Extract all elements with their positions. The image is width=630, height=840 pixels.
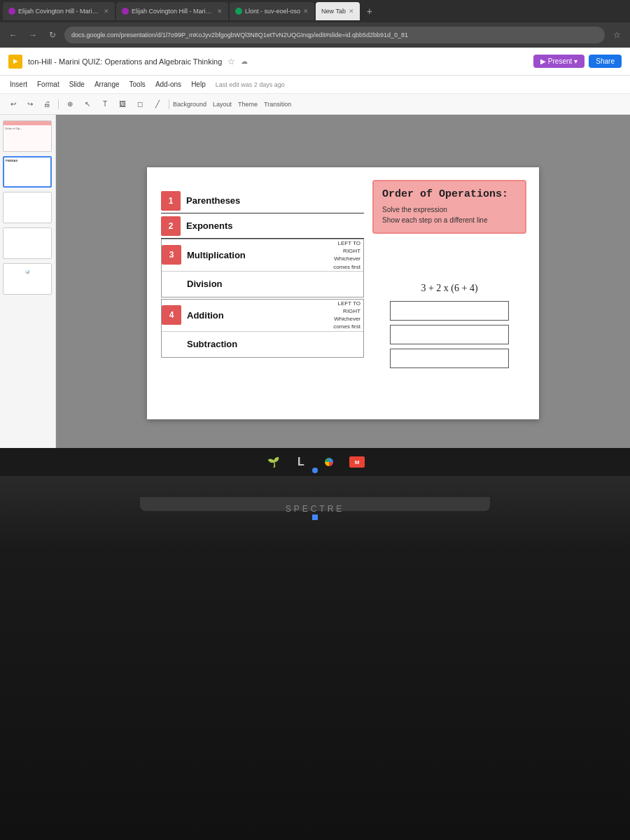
new-tab-button[interactable]: + — [361, 3, 378, 20]
browser-tab-3[interactable]: Llont - suv-eoel-oso ✕ — [230, 2, 314, 20]
tab-label-1: Elijah Covington Hill - Marini Q... — [18, 8, 101, 15]
ops-item-parentheses: 1 Parentheses — [161, 188, 364, 214]
order-title: Order of Operations: — [382, 188, 517, 200]
menu-arrange[interactable]: Arrange — [90, 78, 124, 90]
ops-num-3: 3 — [162, 245, 181, 265]
theme-button[interactable]: Theme — [238, 101, 258, 108]
menu-help[interactable]: Help — [187, 78, 210, 90]
ops-name-parentheses: Parentheses — [186, 195, 364, 206]
star-icon[interactable]: ☆ — [227, 57, 235, 66]
ops-item-exponents: 2 Exponents — [161, 214, 364, 239]
background-button[interactable]: Background — [173, 101, 206, 108]
ops-item-addition: 4 Addition LEFT TORIGHTWhichevercomes fi… — [162, 300, 363, 332]
ops-name-subtraction: Subtraction — [187, 339, 363, 349]
tab-label-2: Elijah Covington Hill - Marini Q... — [132, 8, 214, 15]
tab-favicon-2 — [122, 8, 129, 15]
taskbar-icon-l[interactable]: L — [291, 452, 311, 472]
ops-note-mult-text: LEFT TORIGHTWhichevercomes first — [333, 240, 360, 270]
taskbar-icon-gmail[interactable]: M — [347, 452, 367, 472]
slides-main-area: Order of Op... PEMDAS 📊 Order of Operati… — [0, 115, 630, 472]
slide-thumb-4[interactable] — [3, 227, 52, 259]
tab-close-1[interactable]: ✕ — [104, 8, 109, 15]
topbar-right: ▶ Present ▾ Share — [533, 55, 622, 68]
line-button[interactable]: ╱ — [150, 97, 165, 112]
last-edit-text: Last edit was 2 days ago — [216, 81, 285, 88]
active-indicator — [312, 468, 318, 473]
taskbar-icon-chrome[interactable] — [319, 452, 339, 472]
ops-group-add-sub: 4 Addition LEFT TORIGHTWhichevercomes fi… — [161, 299, 364, 358]
ops-note-add: LEFT TORIGHTWhichevercomes first — [333, 300, 360, 331]
shapes-button[interactable]: ◻ — [132, 97, 148, 112]
layout-button[interactable]: Layout — [213, 101, 232, 108]
slide-thumb-5[interactable]: 📊 — [3, 263, 52, 295]
address-bar-row: ← → ↻ docs.google.com/presentation/d/1l7… — [0, 22, 630, 48]
browser-tab-2[interactable]: Elijah Covington Hill - Marini Q... ✕ — [116, 2, 228, 20]
desk-area: SPECTRE — [0, 476, 630, 840]
menu-bar: Insert Format Slide Arrange Tools Add-on… — [0, 76, 630, 94]
tab-favicon-1 — [8, 8, 15, 15]
tab-close-4[interactable]: ✕ — [349, 8, 354, 15]
slide-thumb-1[interactable]: Order of Op... — [3, 120, 52, 152]
power-indicator — [312, 514, 318, 520]
share-button[interactable]: Share — [589, 55, 622, 68]
ops-note-add-text: LEFT TORIGHTWhichevercomes first — [333, 300, 360, 330]
ops-num-2: 2 — [161, 216, 181, 236]
slide-panel: Order of Op... PEMDAS 📊 — [0, 115, 56, 472]
share-label: Share — [596, 57, 615, 65]
doc-title: ton-Hill - Marini QUIZ: Operations and A… — [28, 57, 222, 66]
menu-insert[interactable]: Insert — [6, 78, 31, 90]
operations-list: 1 Parentheses 2 Exponents 3 Multiplicati… — [161, 188, 364, 358]
menu-slide[interactable]: Slide — [65, 78, 89, 90]
ops-name-addition: Addition — [187, 310, 333, 321]
main-slide[interactable]: Order of Operations: Solve the expressio… — [147, 167, 539, 419]
transition-button[interactable]: Transition — [264, 101, 291, 108]
back-button[interactable]: ← — [6, 27, 21, 43]
toolbar-separator-1 — [58, 99, 59, 109]
order-line1: Solve the expression — [382, 204, 517, 215]
ops-name-division: Division — [187, 279, 363, 289]
reload-button[interactable]: ↻ — [45, 27, 60, 43]
ops-item-multiplication: 3 Multiplication LEFT TORIGHTWhicheverco… — [162, 239, 363, 272]
url-text: docs.google.com/presentation/d/1l7o99P_m… — [71, 31, 408, 38]
menu-tools[interactable]: Tools — [125, 78, 150, 90]
ops-name-exponents: Exponents — [186, 220, 364, 231]
redo-button[interactable]: ↪ — [22, 97, 38, 112]
bookmark-button[interactable]: ☆ — [609, 27, 624, 43]
zoom-button[interactable]: ⊕ — [62, 97, 78, 112]
taskbar-icon-plant[interactable]: 🌱 — [263, 452, 283, 472]
tab-bar: Elijah Covington Hill - Marini Q... ✕ El… — [0, 0, 630, 22]
slides-toolbar: ↩ ↪ 🖨 ⊕ ↖ T 🖼 ◻ ╱ Background Layout Them… — [0, 94, 630, 115]
slide-thumb-2[interactable]: PEMDAS — [3, 156, 52, 188]
browser-tab-1[interactable]: Elijah Covington Hill - Marini Q... ✕ — [3, 2, 115, 20]
cloud-icon: ☁ — [241, 57, 248, 65]
address-bar[interactable]: docs.google.com/presentation/d/1l7o99P_m… — [64, 27, 605, 43]
brand-label: SPECTRE — [286, 504, 345, 514]
tab-close-3[interactable]: ✕ — [303, 8, 309, 15]
ops-item-division: Division — [162, 272, 363, 297]
google-topbar: ▶ ton-Hill - Marini QUIZ: Operations and… — [0, 48, 630, 76]
menu-format[interactable]: Format — [33, 78, 64, 90]
browser-tab-4[interactable]: New Tab ✕ — [316, 2, 360, 20]
answer-box-3[interactable] — [390, 349, 509, 368]
ops-item-subtraction: Subtraction — [162, 332, 363, 357]
menu-addons[interactable]: Add-ons — [151, 78, 186, 90]
ops-note-mult: LEFT TORIGHTWhichevercomes first — [333, 239, 360, 271]
ops-name-multiplication: Multiplication — [187, 250, 333, 260]
monitor-screen: Elijah Covington Hill - Marini Q... ✕ El… — [0, 0, 630, 476]
cursor-button[interactable]: ↖ — [80, 97, 95, 112]
slide-thumb-3[interactable] — [3, 192, 52, 223]
undo-button[interactable]: ↩ — [6, 97, 21, 112]
order-of-operations-box: Order of Operations: Solve the expressio… — [372, 180, 526, 234]
image-button[interactable]: 🖼 — [115, 97, 130, 112]
tab-close-2[interactable]: ✕ — [217, 8, 223, 15]
print-button[interactable]: 🖨 — [39, 97, 55, 112]
tab-label-3: Llont - suv-eoel-oso — [245, 8, 300, 15]
text-button[interactable]: T — [97, 97, 113, 112]
answer-box-2[interactable] — [390, 325, 509, 344]
present-label: Present — [548, 57, 572, 65]
present-button[interactable]: ▶ Present ▾ — [533, 55, 584, 68]
forward-button[interactable]: → — [25, 27, 41, 43]
taskbar: 🌱 L M — [0, 448, 630, 476]
ops-group-mult-div: 3 Multiplication LEFT TORIGHTWhicheverco… — [161, 239, 364, 298]
answer-box-1[interactable] — [390, 301, 509, 321]
